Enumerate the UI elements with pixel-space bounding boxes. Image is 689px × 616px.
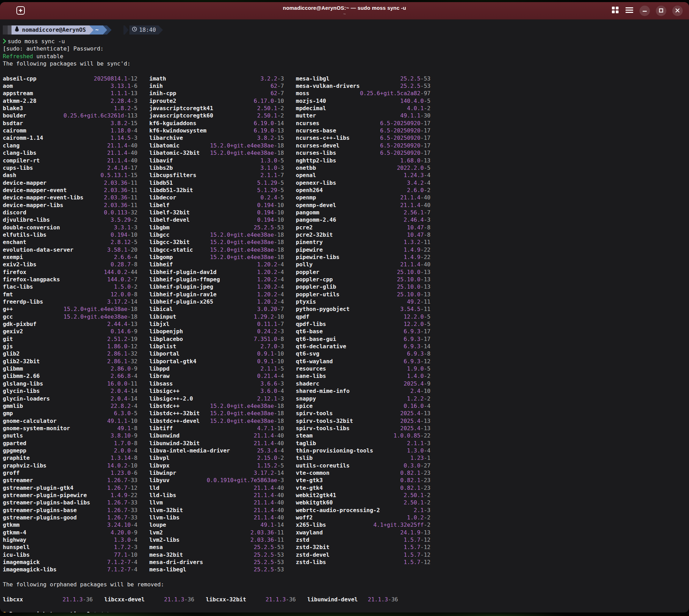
- package-version: 4.20.0-9: [111, 529, 137, 536]
- prompt-arrow-4: [158, 25, 163, 35]
- package-column-3: mesa-libgl25.2.5-53mesa-vulkan-drivers25…: [296, 75, 430, 573]
- window-title: nomadiccore@AerynOS:~ — sudo moss sync -…: [283, 5, 406, 11]
- package-name: taglib: [296, 440, 316, 447]
- package-version: 6.5-20250920-17: [380, 134, 431, 142]
- continue-answer[interactable]: no: [120, 610, 126, 613]
- package-name: pipewire: [296, 246, 323, 253]
- package-version: 1.3.0-5: [261, 157, 284, 164]
- package-row: gtkmm3.24.10-4: [3, 521, 137, 528]
- menu-icon: [626, 7, 633, 14]
- package-version: 6.9.3-17: [404, 328, 430, 335]
- package-row: icu-libs77.1-10: [3, 551, 137, 558]
- package-version: 10.47-8: [407, 231, 430, 238]
- package-row: inih62-7: [149, 82, 284, 90]
- package-row: graphviz-libs14.0.2-10: [3, 462, 137, 469]
- package-row: mesa25.2.5-53: [149, 543, 284, 551]
- package-name: firefox: [3, 268, 26, 276]
- package-row: uutils-coreutils0.3.0-27: [296, 462, 430, 469]
- package-name: qpdf-libs: [296, 320, 326, 328]
- package-version: 1.18.0-4: [111, 127, 137, 134]
- package-version: 25.10.0-13: [397, 276, 430, 283]
- package-name: libgbm: [149, 224, 170, 231]
- package-row: spice0.16.0-4: [296, 402, 430, 410]
- package-version: 6.19.0-13: [254, 127, 284, 134]
- package-version: 0.24.2-3: [257, 328, 284, 335]
- package-row: gnome-calculator49.1.1-10: [3, 417, 137, 425]
- package-version: 21.1.4-40: [400, 261, 430, 268]
- package-row: exiv2-libs0.28.7-8: [3, 261, 137, 268]
- package-row: vte-gtk30.82.1-23: [296, 477, 430, 484]
- package-version: 1.4.0-2: [407, 372, 430, 380]
- package-row: pangomm-2.462.46.4-3: [296, 216, 430, 223]
- package-name: pangomm-2.46: [296, 216, 336, 223]
- package-row: javascriptcoregtk412.50.1-2: [149, 105, 284, 112]
- package-name: qt6-declarative: [296, 343, 346, 350]
- package-version: 1.20.2-4: [257, 261, 284, 268]
- package-row: libsigc++-2.02.12.1-3: [149, 395, 284, 402]
- package-name: libva-intel-media-driver: [149, 447, 230, 454]
- continue-question: Do you wish to continue?: [9, 610, 90, 613]
- new-tab-button[interactable]: [16, 6, 25, 15]
- close-button[interactable]: [672, 6, 683, 16]
- titlebar[interactable]: nomadiccore@AerynOS:~ — sudo moss sync -…: [0, 2, 689, 20]
- package-version: 2.4-10: [410, 387, 430, 395]
- package-name: libcxx: [3, 596, 23, 603]
- package-name: boulder: [3, 112, 26, 119]
- package-name: ptyxis: [296, 298, 316, 305]
- maximize-icon: [659, 7, 663, 14]
- package-row: ncurses-libs6.5-20250920-17: [296, 149, 430, 157]
- package-name: inih-cpp: [149, 90, 176, 97]
- package-row: libportal-gtk40.9.1-10: [149, 358, 284, 365]
- prompt-arrow-1: [89, 25, 93, 35]
- package-name: x265-libs: [296, 521, 326, 528]
- continue-prompt[interactable]: ? Do you wish to continue? (y/n) › no: [3, 610, 686, 613]
- package-row: pcre210.47-8: [296, 224, 430, 231]
- package-row: mesa-libegl25.2.5-53: [149, 566, 284, 573]
- package-row: webkit2gtk412.50.1-2: [296, 492, 430, 499]
- package-row: libheif1.20.2-4: [149, 261, 284, 268]
- package-version: 21.1.4-40: [254, 499, 284, 506]
- package-row: libatomic15.2.0+git.e4ee38ae-18: [149, 142, 284, 149]
- package-name: libppd: [149, 365, 170, 372]
- tab-overview-button[interactable]: [611, 7, 619, 15]
- package-row: libgbm25.2.5-53: [149, 224, 284, 231]
- maximize-button[interactable]: [656, 6, 666, 16]
- package-version: 25.2.5-53: [254, 224, 284, 231]
- package-version: 2.66.8-4: [111, 372, 137, 380]
- package-row: gexiv20.14.6-9: [3, 328, 137, 335]
- package-row: poppler-cpp25.10.0-13: [296, 276, 430, 283]
- minimize-button[interactable]: [639, 6, 650, 16]
- package-row: cairomm1.18.0-4: [3, 127, 137, 134]
- package-row: elfutils-libs0.194-10: [3, 231, 137, 238]
- package-name: discord: [3, 209, 26, 216]
- package-name: dash: [3, 172, 16, 179]
- package-version: 15.2.0+git.e4ee38ae-18: [63, 313, 137, 320]
- package-name: openexr-libs: [296, 179, 336, 187]
- package-row: libelf-devel0.194-10: [149, 216, 284, 223]
- package-version: 3.3.1-3: [114, 224, 137, 231]
- package-row: pinentry1.3.2-11: [296, 238, 430, 246]
- package-version: 21.1.4-40: [400, 194, 430, 201]
- package-row: qt6-declarative6.9.3-14: [296, 343, 430, 350]
- package-version: 2.15.0-2: [257, 454, 284, 462]
- package-row: mesa-vulkan-drivers25.2.5-53: [296, 82, 430, 90]
- package-row: libsigc++3.6.0-4: [149, 387, 284, 395]
- package-version: 3.5.29-2: [111, 216, 137, 223]
- package-name: pcre2-32bit: [296, 231, 333, 238]
- package-version: 4.7.1-10: [257, 425, 284, 432]
- package-version: 2.0.4-14: [111, 387, 137, 395]
- package-row: woff21.0.2-2: [296, 514, 430, 521]
- package-row: sane-libs1.4.0-2: [296, 372, 430, 380]
- package-name: libbs2b: [149, 164, 173, 172]
- package-version: 0.3.0-27: [404, 462, 430, 469]
- package-version: 0.0.113-32: [104, 209, 137, 216]
- package-name: glibmm-2.66: [3, 372, 40, 380]
- package-row: device-mapper-event-libs2.03.36-11: [3, 194, 137, 201]
- package-version: 1.2.2-2: [407, 395, 430, 402]
- package-version: 144.0.2-7: [107, 276, 137, 283]
- orphan-heading: The following orphaned packages will be …: [3, 581, 686, 588]
- package-name: ncurses: [296, 120, 319, 127]
- package-row: aom3.13.1-6: [3, 82, 137, 90]
- menu-button[interactable]: [625, 7, 634, 15]
- package-version: 25.2.5-53: [254, 543, 284, 551]
